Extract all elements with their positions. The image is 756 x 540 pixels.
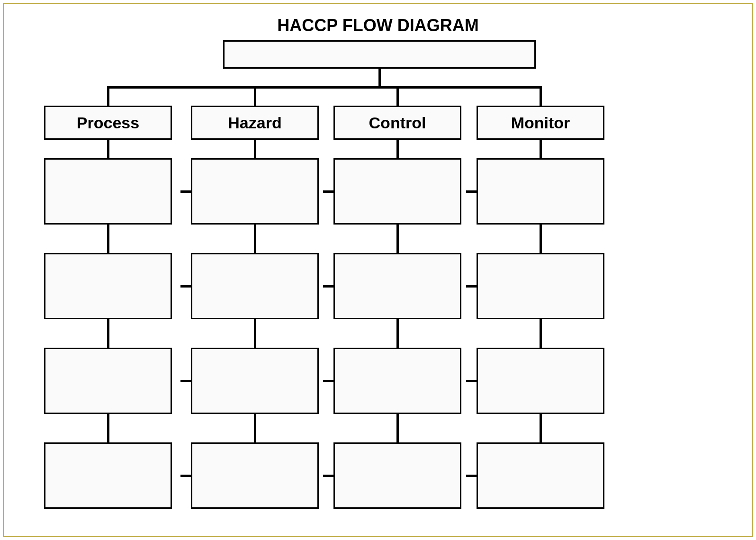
cell-box [333, 253, 461, 319]
connector-vertical [396, 140, 399, 158]
cell-box [477, 442, 604, 509]
connector-tick [466, 380, 477, 382]
column-header-label: Control [369, 114, 426, 132]
connector-vertical [254, 319, 256, 348]
page-frame: HACCP FLOW DIAGRAM ProcessHazardControlM… [3, 3, 753, 537]
cell-box [191, 442, 319, 509]
cell-box [191, 348, 319, 414]
connector-vertical [254, 86, 256, 106]
connector-tick [180, 475, 191, 477]
cell-box [191, 158, 319, 225]
column-header-monitor: Monitor [477, 106, 604, 140]
connector-tick [323, 475, 333, 477]
connector-vertical [254, 140, 256, 158]
cell-box [44, 442, 172, 509]
connector-tick [180, 380, 191, 382]
column-header-label: Process [77, 114, 139, 132]
connector-vertical [107, 414, 109, 442]
connector-vertical [107, 319, 109, 348]
cell-box [333, 348, 461, 414]
cell-box [477, 348, 604, 414]
connector-vertical [396, 86, 399, 106]
column-header-label: Monitor [511, 114, 570, 132]
cell-box [191, 253, 319, 319]
connector-tick [323, 190, 333, 193]
connector-vertical [540, 414, 542, 442]
connector-vertical [254, 414, 256, 442]
column-header-hazard: Hazard [191, 106, 319, 140]
connector-vertical [254, 225, 256, 253]
connector-vertical [540, 86, 542, 106]
cell-box [333, 442, 461, 509]
cell-box [44, 158, 172, 225]
connector-vertical [540, 225, 542, 253]
connector-tick [466, 285, 477, 288]
column-header-control: Control [333, 106, 461, 140]
cell-box [477, 158, 604, 225]
connector-vertical [378, 69, 381, 89]
diagram-title: HACCP FLOW DIAGRAM [4, 16, 752, 36]
column-header-process: Process [44, 106, 172, 140]
connector-vertical [396, 414, 399, 442]
connector-tick [466, 475, 477, 477]
cell-box [333, 158, 461, 225]
cell-box [44, 348, 172, 414]
cell-box [477, 253, 604, 319]
connector-vertical [396, 225, 399, 253]
connector-vertical [107, 225, 109, 253]
root-box [223, 40, 536, 69]
connector-tick [466, 190, 477, 193]
column-header-label: Hazard [228, 114, 281, 132]
connector-tick [180, 190, 191, 193]
connector-vertical [107, 140, 109, 158]
connector-tick [323, 285, 333, 288]
connector-tick [180, 285, 191, 288]
connector-vertical [107, 86, 109, 106]
cell-box [44, 253, 172, 319]
connector-vertical [540, 140, 542, 158]
connector-tick [323, 380, 333, 382]
connector-horizontal [107, 86, 542, 89]
connector-vertical [540, 319, 542, 348]
connector-vertical [396, 319, 399, 348]
